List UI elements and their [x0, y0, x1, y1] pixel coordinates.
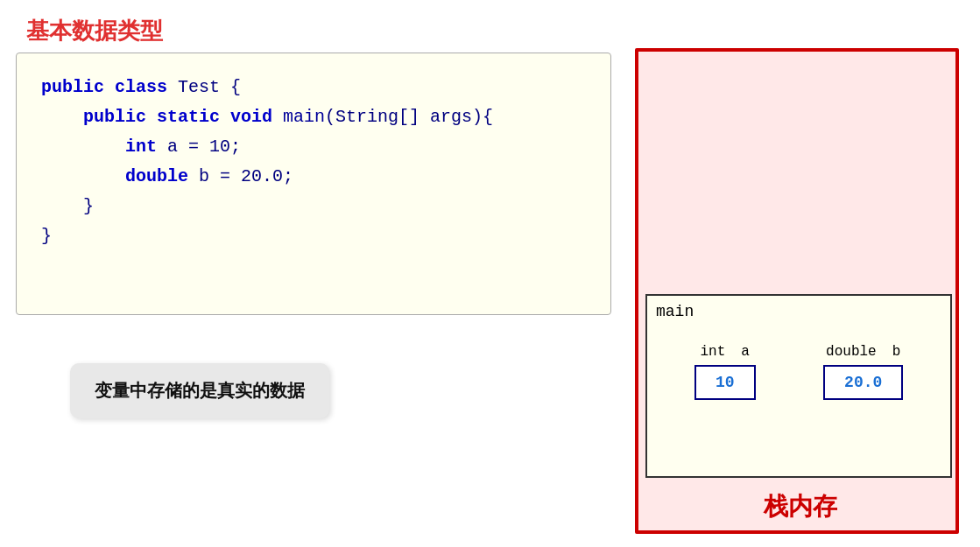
- code-content: public class Test { public static void m…: [41, 73, 586, 251]
- memory-diagram: 栈内存 main int a 10 double b 20.0: [635, 48, 959, 534]
- var-value-b: 20.0: [823, 365, 903, 400]
- var-type-a: int: [700, 344, 725, 360]
- page-title: 基本数据类型: [26, 16, 163, 46]
- var-item-b: double b 20.0: [823, 344, 903, 400]
- var-type-b: double: [826, 344, 877, 360]
- var-value-a: 10: [694, 365, 756, 400]
- code-block: public class Test { public static void m…: [16, 53, 611, 315]
- variables-row: int a 10 double b 20.0: [647, 344, 950, 400]
- frame-title: main: [656, 303, 694, 320]
- var-name-a: a: [741, 344, 750, 360]
- var-name-b: b: [892, 344, 901, 360]
- var-item-a: int a 10: [694, 344, 756, 400]
- memory-frame-main: main int a 10 double b 20.0: [645, 294, 952, 478]
- callout-text: 变量中存储的是真实的数据: [95, 381, 305, 400]
- stack-label: 栈内存: [638, 490, 962, 523]
- callout-box: 变量中存储的是真实的数据: [70, 363, 329, 418]
